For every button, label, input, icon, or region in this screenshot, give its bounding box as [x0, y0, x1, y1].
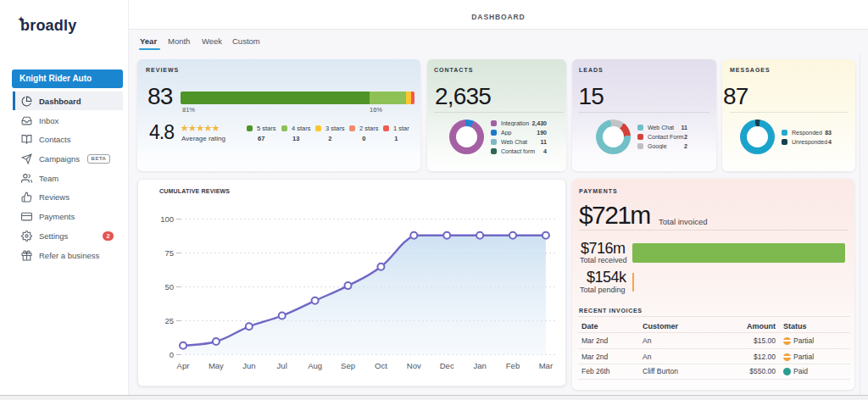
svg-text:Apr: Apr — [177, 361, 190, 370]
svg-text:Jan: Jan — [473, 361, 486, 370]
svg-text:25: 25 — [164, 316, 174, 325]
svg-text:Jul: Jul — [277, 361, 287, 370]
svg-text:50: 50 — [164, 282, 174, 292]
svg-text:Dec: Dec — [440, 361, 454, 370]
svg-text:100: 100 — [160, 214, 174, 224]
svg-text:Sep: Sep — [341, 361, 355, 370]
svg-text:Oct: Oct — [375, 361, 387, 370]
svg-text:75: 75 — [164, 248, 174, 258]
svg-text:0: 0 — [170, 350, 174, 359]
svg-text:Jun: Jun — [242, 361, 255, 370]
svg-text:Feb: Feb — [506, 361, 520, 370]
svg-text:May: May — [209, 361, 224, 370]
svg-text:Mar: Mar — [539, 361, 553, 370]
svg-text:Aug: Aug — [308, 361, 322, 370]
svg-text:Nov: Nov — [407, 361, 421, 370]
